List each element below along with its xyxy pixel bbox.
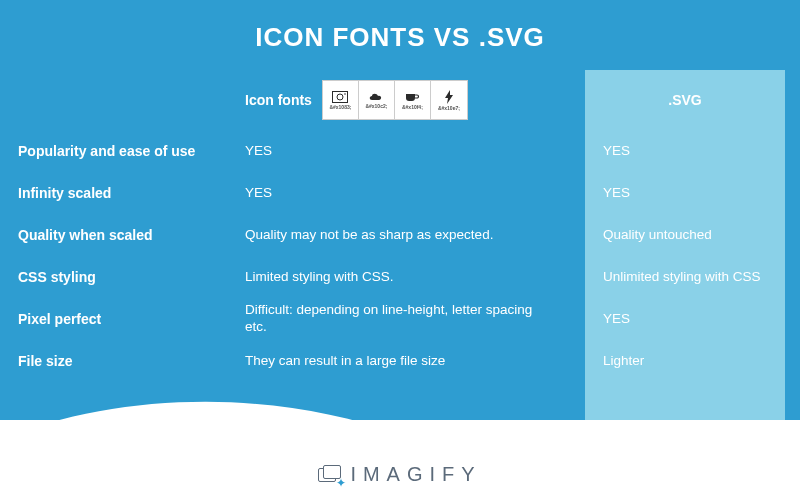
row-label: Quality when scaled [18, 214, 233, 256]
camera-icon: &#x1083; [323, 81, 359, 119]
iconfonts-header-label: Icon fonts [245, 92, 312, 108]
svg-point-1 [337, 94, 343, 100]
iconfont-sample-image: &#x1083; &#x10c2; &#x10f4; &#x10e7; [322, 80, 468, 120]
row-label: Infinity scaled [18, 172, 233, 214]
coffee-icon: &#x10f4; [395, 81, 431, 119]
cell-iconfonts: Difficult: depending on line-height, let… [245, 298, 565, 340]
iconfont-code: &#x10e7; [438, 105, 460, 111]
iconfont-code: &#x10c2; [365, 103, 387, 109]
page-title: ICON FONTS VS .SVG [0, 0, 800, 53]
row-label: File size [18, 340, 233, 382]
cell-svg: YES [603, 130, 785, 172]
infographic-panel: ICON FONTS VS .SVG Popularity and ease o… [0, 0, 800, 420]
cell-iconfonts: They can result in a large file size [245, 340, 565, 382]
svg-header: .SVG [603, 70, 785, 130]
iconfonts-column: Icon fonts &#x1083; &#x10c2; &#x10f4; [245, 70, 565, 382]
row-label: Pixel perfect [18, 298, 233, 340]
cell-svg: Quality untouched [603, 214, 785, 256]
brand-logo: ✦ IMAGIFY [318, 463, 481, 486]
cell-iconfonts: Quality may not be as sharp as expected. [245, 214, 565, 256]
footer: ✦ IMAGIFY [0, 463, 800, 489]
iconfont-code: &#x10f4; [402, 104, 423, 110]
cell-iconfonts: Limited styling with CSS. [245, 256, 565, 298]
cell-iconfonts: YES [245, 130, 565, 172]
imagify-logo-icon: ✦ [318, 464, 344, 484]
cell-svg: Lighter [603, 340, 785, 382]
cell-iconfonts: YES [245, 172, 565, 214]
svg-rect-0 [333, 91, 348, 102]
svg-point-2 [345, 93, 347, 95]
iconfonts-header: Icon fonts &#x1083; &#x10c2; &#x10f4; [245, 70, 565, 130]
brand-name: IMAGIFY [350, 463, 481, 486]
iconfont-code: &#x1083; [329, 104, 351, 110]
comparison-grid: Popularity and ease of use Infinity scal… [0, 70, 800, 420]
cell-svg: Unlimited styling with CSS [603, 256, 785, 298]
row-label: Popularity and ease of use [18, 130, 233, 172]
cloud-icon: &#x10c2; [359, 81, 395, 119]
bolt-icon: &#x10e7; [431, 81, 467, 119]
svg-column: .SVG YES YES Quality untouched Unlimited… [585, 70, 785, 420]
cell-svg: YES [603, 172, 785, 214]
cell-svg: YES [603, 298, 785, 340]
row-label: CSS styling [18, 256, 233, 298]
row-labels-column: Popularity and ease of use Infinity scal… [18, 130, 233, 382]
